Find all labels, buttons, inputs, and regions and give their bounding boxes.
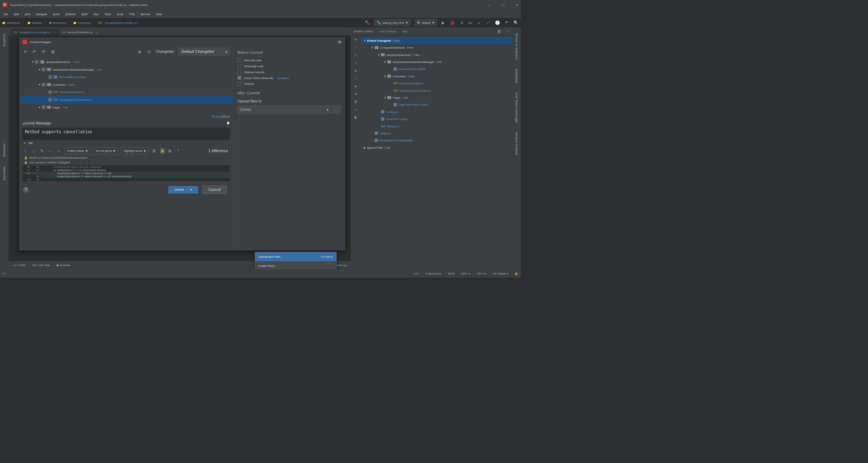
toggle-icon[interactable]: ◧: [355, 116, 357, 119]
before-commit-option[interactable]: Rearrange code: [238, 64, 341, 68]
expand-icon[interactable]: ≣: [137, 49, 143, 55]
changes-tree-row[interactable]: C#ShoppingCartController.cs: [20, 96, 233, 104]
vcs-revert-icon[interactable]: ↶: [504, 20, 510, 26]
hide-icon[interactable]: —: [507, 30, 510, 33]
checkbox[interactable]: [238, 70, 241, 74]
changes-tree-row[interactable]: RemoveAlbum.cshtml: [20, 73, 233, 81]
status-caret-pos[interactable]: 48:60: [448, 272, 455, 275]
close-icon[interactable]: ×: [54, 31, 56, 34]
checkbox[interactable]: [238, 64, 241, 68]
rail-structure[interactable]: Structure: [2, 143, 6, 157]
checkbox[interactable]: [42, 106, 45, 109]
maximize-button[interactable]: ☐: [502, 3, 504, 6]
vc-tree-row[interactable]: ▼samples\MusicStore7 files: [361, 51, 512, 58]
vcs-history-icon[interactable]: 🕘: [495, 20, 500, 26]
checkbox[interactable]: [42, 68, 45, 71]
run-icon[interactable]: ▶: [441, 20, 446, 26]
vcs-commit-icon[interactable]: ✓: [485, 20, 491, 26]
checkbox[interactable]: [238, 82, 241, 86]
next-diff-icon[interactable]: ↓: [31, 148, 36, 154]
gear-icon[interactable]: ⚙: [168, 148, 172, 153]
changes-tree-row[interactable]: C#AccountController.cs: [20, 88, 233, 96]
tool-todo[interactable]: ≡ 6: TODO: [13, 264, 26, 267]
rail-errors[interactable]: Errors In Solution: [515, 34, 519, 59]
upload-browse-button[interactable]: …: [332, 106, 341, 114]
collapse-icon[interactable]: ≡: [355, 108, 357, 111]
ctx-menu-item[interactable]: Commit and Push...Ctrl+Alt+K: [255, 252, 336, 261]
before-commit-option[interactable]: Cleanup: [238, 82, 341, 86]
revert-icon[interactable]: ↶: [355, 54, 357, 57]
gear-icon[interactable]: ⚙: [497, 29, 501, 34]
lock-icon[interactable]: 🔒: [160, 148, 165, 154]
changelist-select[interactable]: Default Changelist: [178, 48, 230, 56]
upload-target-select[interactable]: (none): [238, 106, 331, 114]
vcs-update-icon[interactable]: ↙: [476, 20, 482, 26]
refresh-icon[interactable]: ✦: [22, 49, 28, 55]
menu-refactor[interactable]: Refactor: [65, 12, 76, 15]
menu-tools[interactable]: Tools: [117, 12, 123, 15]
dialog-close[interactable]: ✕: [338, 39, 342, 45]
menu-build[interactable]: Build: [82, 12, 88, 15]
vc-tree-row[interactable]: ▼Controllers2 files: [361, 73, 512, 80]
close-button[interactable]: ✕: [516, 3, 518, 6]
debug-icon[interactable]: 🐞: [450, 20, 455, 26]
viewer-select[interactable]: Unified viewer ▾: [64, 147, 90, 154]
refresh-icon[interactable]: ⟳: [355, 38, 357, 41]
tab-account[interactable]: C#AccountController.cs×: [59, 29, 101, 36]
vc-tree-row[interactable]: RemoveAlbum.cshtml: [361, 65, 512, 72]
status-lock-icon[interactable]: 🔒: [514, 272, 518, 275]
menu-tests[interactable]: Tests: [105, 12, 111, 15]
breadcrumb[interactable]: 📁MusicStore〉 📁samples〉 ⬢MusicStore〉 📁Con…: [2, 21, 136, 24]
vc-tree-row[interactable]: config.json: [361, 108, 512, 115]
before-commit-option[interactable]: Optimize imports: [238, 70, 341, 74]
menu-vcs[interactable]: VCS: [129, 12, 135, 15]
run-target-select[interactable]: ⚙ Default ▾: [414, 19, 437, 26]
close-icon[interactable]: ×: [96, 31, 97, 34]
tool-terminal[interactable]: ▣ Terminal: [56, 264, 70, 267]
group-icon[interactable]: ⊞: [355, 85, 357, 88]
changes-tree-row[interactable]: ▼samples\MusicStore7 files: [20, 58, 233, 66]
before-commit-option[interactable]: Check TODO (Show All)Configure: [238, 76, 341, 80]
rail-favorites[interactable]: Favorites: [2, 166, 6, 180]
status-line-ending[interactable]: CRLF ♦: [461, 272, 470, 275]
shelve-icon[interactable]: ⇩: [355, 77, 357, 80]
checkbox[interactable]: [49, 75, 52, 79]
rail-tests-coverage[interactable]: Unit Tests Coverage: [515, 92, 519, 122]
status-encoding[interactable]: UTF-8 ♦: [476, 272, 486, 275]
vc-tree-row[interactable]: ▼Areas\Admin\Views\StoreManager1 file: [361, 58, 512, 65]
changes-tree-row[interactable]: ▼Areas\Admin\Views\StoreManager1 file: [20, 66, 233, 73]
menu-file[interactable]: File: [4, 12, 8, 15]
menu-code[interactable]: Code: [53, 12, 60, 15]
diff-viewer[interactable]: 4646 // Retrieve the album from the data…: [22, 165, 230, 181]
highlight-select[interactable]: Highlight words ▾: [121, 147, 148, 154]
vc-tab-log[interactable]: Log: [402, 30, 407, 33]
vc-ignored-files[interactable]: ▶Ignored Files1 file: [361, 144, 512, 151]
menu-view[interactable]: View: [24, 12, 30, 15]
commit-message-input[interactable]: Method supports cancellation: [22, 128, 230, 140]
checkbox[interactable]: [42, 83, 45, 86]
rail-version-control[interactable]: Version Control: [515, 132, 519, 155]
vc-tree-row[interactable]: ▼C:\repos\MusicStore9 files: [361, 44, 512, 51]
tool-unit-tests[interactable]: ◔ 8: Unit Tests: [32, 264, 50, 267]
new-changelist-icon[interactable]: ✦: [355, 62, 357, 65]
commit-icon[interactable]: ✓: [355, 46, 357, 49]
tab-shoppingcart[interactable]: C#ShoppingCartController.cs×: [10, 29, 59, 36]
checkbox[interactable]: [238, 58, 241, 62]
vc-default-changelist[interactable]: ▼Default Changelist9 files: [361, 37, 512, 44]
status-project[interactable]: ● MusicStore: [425, 272, 441, 275]
collapse-unchanged-icon[interactable]: ⇵: [151, 148, 157, 154]
tool-window-toggle[interactable]: ▢: [3, 272, 5, 275]
commit-button[interactable]: Commit▾: [168, 186, 198, 193]
cancel-button[interactable]: Cancel: [202, 185, 227, 194]
collapse-icon[interactable]: ≡: [146, 49, 152, 55]
vc-tab-local-changes[interactable]: Local Changes: [379, 30, 397, 33]
vc-tree-row[interactable]: MusicStore.sln.DotSettings: [361, 137, 512, 144]
rail-explorer[interactable]: Explorer: [2, 34, 6, 46]
minimize-button[interactable]: —: [488, 3, 490, 6]
help-icon[interactable]: ?: [176, 148, 179, 154]
reload-icon[interactable]: ⟳: [41, 49, 47, 55]
checkbox[interactable]: [238, 76, 241, 80]
vc-tree-row[interactable]: .gitignore: [361, 130, 512, 137]
ignore-select[interactable]: Do not ignore ▾: [93, 147, 118, 154]
back-icon[interactable]: ←: [48, 148, 53, 154]
